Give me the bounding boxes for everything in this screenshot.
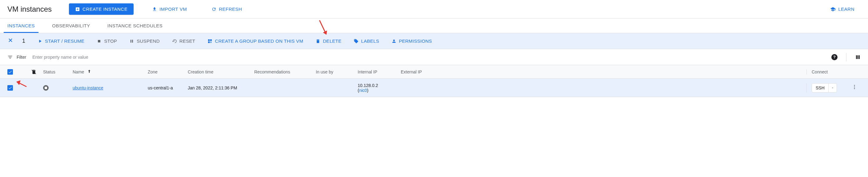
selection-bar: 1 START / RESUME STOP SUSPEND RESET CREA… xyxy=(0,33,868,49)
col-connect: Connect xyxy=(806,69,848,74)
start-resume-button[interactable]: START / RESUME xyxy=(37,38,84,44)
ssh-button[interactable]: SSH xyxy=(812,83,837,93)
stop-icon xyxy=(97,39,101,44)
labels-button[interactable]: LABELS xyxy=(354,38,379,44)
tabs: INSTANCES OBSERVABILITY INSTANCE SCHEDUL… xyxy=(0,19,868,33)
pause-icon xyxy=(129,39,134,44)
row-internal-ip: 10.128.0.2 (nic0) xyxy=(358,83,401,93)
permissions-button[interactable]: PERMISSIONS xyxy=(392,38,432,44)
learn-button[interactable]: LEARN xyxy=(824,3,861,15)
create-group-button[interactable]: CREATE A GROUP BASED ON THIS VM xyxy=(208,38,303,44)
play-icon xyxy=(37,39,42,44)
refresh-icon xyxy=(212,7,216,12)
nic-link[interactable]: nic0 xyxy=(359,88,367,93)
tab-observability[interactable]: OBSERVABILITY xyxy=(52,19,90,33)
filter-bar: Filter ? xyxy=(0,49,868,65)
col-zone[interactable]: Zone xyxy=(148,69,188,74)
columns-icon[interactable] xyxy=(855,55,861,60)
delete-button[interactable]: DELETE xyxy=(315,38,341,44)
refresh-button[interactable]: REFRESH xyxy=(205,3,248,15)
table-header: Status Name Zone Creation time Recommend… xyxy=(0,65,868,79)
row-zone: us-central1-a xyxy=(148,85,188,90)
labels-icon xyxy=(354,39,359,44)
ssh-dropdown-icon[interactable] xyxy=(828,83,837,92)
instances-table: Status Name Zone Creation time Recommend… xyxy=(0,65,868,97)
import-icon xyxy=(152,7,157,12)
clear-selection-icon[interactable] xyxy=(7,37,13,45)
tab-instance-schedules[interactable]: INSTANCE SCHEDULES xyxy=(107,19,163,33)
create-instance-button[interactable]: CREATE INSTANCE xyxy=(69,3,133,15)
suspend-button[interactable]: SUSPEND xyxy=(129,38,160,44)
col-in-use-by[interactable]: In use by xyxy=(316,69,358,74)
col-creation-time[interactable]: Creation time xyxy=(188,69,254,74)
reset-button[interactable]: RESET xyxy=(172,38,195,44)
col-internal-ip[interactable]: Internal IP xyxy=(358,69,401,74)
divider xyxy=(846,53,846,62)
col-status[interactable]: Status xyxy=(43,69,73,74)
table-row: ubuntu-instance us-central1-a Jan 28, 20… xyxy=(0,79,868,97)
filter-input[interactable] xyxy=(30,54,828,61)
tab-instances[interactable]: INSTANCES xyxy=(7,19,35,33)
instance-name-link[interactable]: ubuntu-instance xyxy=(73,85,103,90)
select-all-checkbox[interactable] xyxy=(7,69,13,75)
row-creation-time: Jan 28, 2022, 2:11:36 PM xyxy=(188,85,254,90)
help-icon[interactable]: ? xyxy=(831,54,838,60)
status-stopped-icon xyxy=(43,85,49,91)
trash-column-icon xyxy=(31,69,37,75)
create-icon xyxy=(75,7,80,12)
col-name[interactable]: Name xyxy=(73,69,148,74)
reset-icon xyxy=(172,39,177,44)
page-title: VM instances xyxy=(7,5,52,13)
svg-point-3 xyxy=(854,88,855,89)
more-icon[interactable] xyxy=(852,85,857,91)
col-external-ip[interactable]: External IP xyxy=(401,69,436,74)
selection-count: 1 xyxy=(22,38,25,44)
col-recommendations[interactable]: Recommendations xyxy=(254,69,316,74)
stop-button[interactable]: STOP xyxy=(97,38,117,44)
learn-icon xyxy=(830,6,836,12)
svg-point-1 xyxy=(854,85,855,86)
svg-point-2 xyxy=(854,87,855,87)
sort-asc-icon xyxy=(87,69,91,73)
group-icon xyxy=(208,39,212,44)
filter-label: Filter xyxy=(17,55,26,60)
delete-icon xyxy=(315,39,320,44)
row-checkbox[interactable] xyxy=(7,85,13,91)
person-icon xyxy=(392,39,397,44)
filter-icon xyxy=(7,55,13,60)
page-header: VM instances CREATE INSTANCE IMPORT VM R… xyxy=(0,0,868,19)
import-vm-button[interactable]: IMPORT VM xyxy=(146,3,193,15)
